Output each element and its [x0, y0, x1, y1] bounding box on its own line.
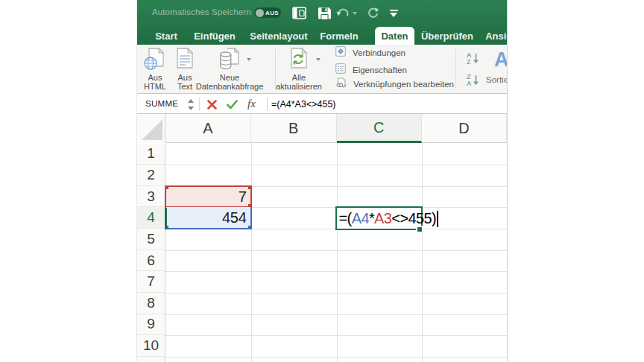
excel-window: Automatisches Speichern AUS [136, 0, 508, 362]
column-header-b[interactable]: B [251, 114, 337, 143]
row-header-7[interactable]: 7 [137, 271, 165, 293]
sort-big-icon[interactable]: Az [494, 48, 508, 72]
autosave-toggle[interactable]: AUS [254, 7, 281, 18]
save-icon[interactable] [318, 7, 332, 19]
tab-start[interactable]: Start [145, 27, 187, 45]
formula-bar-input[interactable]: =(A4*A3<>455) [271, 99, 336, 109]
row-header-1[interactable]: 1 [137, 144, 165, 165]
formula-bar: SUMME fx =(A4*A3<>455) [137, 95, 507, 114]
tab-formeln[interactable]: Formeln [316, 27, 362, 45]
dropdown-caret[interactable] [316, 58, 321, 61]
edit-links-icon [335, 77, 347, 91]
ribbon-button-label: Verknüpfungen bearbeiten [353, 80, 454, 89]
ribbon-button-label: Verbindungen [353, 48, 405, 57]
ribbon-button-neue-datenbankabfrage[interactable]: NeueDatenbankabfrage [196, 47, 264, 91]
cancel-icon[interactable] [207, 100, 217, 109]
connections-icon [335, 46, 346, 60]
row-header-9[interactable]: 9 [137, 314, 165, 336]
properties-icon [335, 63, 346, 77]
select-all-corner[interactable] [137, 114, 165, 143]
cell-a3[interactable]: 7 [165, 185, 252, 208]
column-header-d[interactable]: D [422, 114, 507, 143]
selection-handle[interactable] [248, 226, 252, 229]
insert-function-icon[interactable]: fx [247, 98, 256, 110]
row-header-10[interactable]: 10 [137, 335, 165, 357]
tab-einfgen[interactable]: Einfügen [189, 27, 241, 45]
ribbon-button-label: AusText [177, 73, 192, 91]
doc-globe-icon [142, 47, 168, 72]
row-header-2[interactable]: 2 [137, 165, 165, 186]
cell-formula-text: =(A4*A3<>455) [339, 208, 439, 229]
row-header-3[interactable]: 3 [137, 186, 165, 208]
tab-daten[interactable]: Daten [375, 27, 414, 45]
row-header-8[interactable]: 8 [137, 293, 165, 314]
row-header-5[interactable]: 5 [137, 229, 165, 250]
ribbon-button-label: Alleaktualisieren [276, 73, 322, 91]
row-header-6[interactable]: 6 [137, 250, 165, 272]
ribbon: AusHTML AusText NeueDatenbankabfrage All… [137, 45, 507, 94]
ribbon-button-verbindungen[interactable]: Verbindungen [335, 47, 405, 59]
tab-berprfen[interactable]: Überprüfen [417, 27, 477, 45]
row-header-4[interactable]: 4 [137, 207, 165, 229]
sort-label: Sortieren [486, 75, 508, 84]
dropdown-caret[interactable] [247, 58, 251, 61]
name-box[interactable]: SUMME [145, 99, 178, 108]
database-icon [217, 47, 242, 72]
sort-za-icon[interactable]: Z A [467, 74, 480, 87]
column-header-c[interactable]: C [337, 114, 423, 143]
ribbon-button-aus-text[interactable]: AusText [174, 47, 196, 91]
column-header-a[interactable]: A [165, 114, 251, 143]
name-box-stepper[interactable] [187, 98, 196, 110]
cell-value-a4: 454 [222, 209, 246, 226]
toggle-knob [256, 9, 264, 17]
ribbon-button-label: NeueDatenbankabfrage [196, 73, 264, 91]
redo-icon[interactable] [367, 7, 379, 19]
ribbon-button-aus-html[interactable]: AusHTML [142, 47, 168, 91]
tab-ansicht[interactable]: Ansicht [480, 27, 508, 45]
tab-seitenlayout[interactable]: Seitenlayout [244, 27, 313, 45]
selection-handle[interactable] [165, 185, 168, 189]
toggle-state-label: AUS [265, 10, 279, 16]
title-bar: Automatisches Speichern AUS [137, 0, 507, 45]
ribbon-button-label: AusHTML [144, 73, 166, 91]
autosave-label: Automatisches Speichern [152, 7, 251, 16]
screenshot-canvas: Automatisches Speichern AUS [0, 0, 644, 362]
sheet-grid: ABCD123456789107454=(A4*A3<>455) [137, 114, 507, 362]
cell-value-a3: 7 [239, 188, 247, 206]
ribbon-button-eigenschaften[interactable]: Eigenschaften [335, 64, 407, 76]
selected-row-indicator [165, 208, 167, 229]
doc-text-icon [174, 47, 196, 72]
undo-icon[interactable] [336, 7, 350, 19]
cell-a4[interactable]: 454 [165, 207, 252, 229]
ribbon-button-verknuepfungen-bearbeiten[interactable]: Verknüpfungen bearbeiten [335, 78, 454, 90]
ribbon-button-label: Eigenschaften [353, 66, 407, 74]
selection-handle[interactable] [248, 185, 252, 189]
confirm-icon[interactable] [227, 100, 238, 109]
undo-dropdown-caret[interactable] [353, 12, 357, 15]
ribbon-button-alle-aktualisieren[interactable]: Alleaktualisieren [276, 47, 322, 91]
sort-az-icon[interactable]: A Z [467, 52, 480, 66]
sidebar-icon[interactable] [292, 7, 308, 19]
text-cursor [437, 211, 438, 227]
refresh-doc-icon [288, 47, 310, 72]
toolbar-options-icon[interactable] [390, 10, 398, 17]
row-header-partial[interactable] [137, 357, 165, 362]
